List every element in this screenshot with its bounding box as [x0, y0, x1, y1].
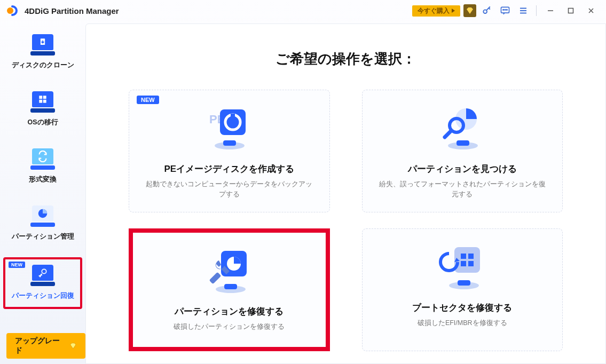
- buy-now-label: 今すぐ購入: [418, 6, 450, 15]
- minimize-button[interactable]: [542, 4, 559, 17]
- maximize-button[interactable]: [562, 4, 579, 17]
- divider: [536, 5, 537, 16]
- feedback-icon[interactable]: [498, 3, 513, 18]
- sidebar-item-partition-recovery[interactable]: NEW パーティション回復: [3, 257, 82, 309]
- svg-point-3: [503, 10, 504, 11]
- svg-rect-26: [209, 272, 222, 284]
- card-create-pe-image[interactable]: NEW PE PEイメージディスクを作成する 起動できないコンピューターからデー…: [129, 90, 330, 212]
- sidebar-item-label: 形式変換: [29, 175, 57, 184]
- svg-rect-6: [569, 9, 573, 13]
- app-logo-icon: [6, 4, 19, 17]
- buy-now-button[interactable]: 今すぐ購入: [412, 5, 460, 17]
- titlebar: 4DDiG Partition Manager 今すぐ購入: [0, 0, 606, 21]
- card-grid: NEW PE PEイメージディスクを作成する 起動できないコンピューターからデー…: [107, 90, 584, 351]
- card-find-partition[interactable]: パーティションを見つける 紛失、誤ってフォーマットされたパーティションを復元する: [362, 90, 563, 212]
- svg-rect-9: [43, 96, 46, 99]
- svg-rect-11: [43, 100, 46, 103]
- svg-point-0: [7, 7, 13, 14]
- svg-rect-32: [461, 261, 466, 266]
- disk-clone-icon: [31, 34, 54, 56]
- sidebar-item-format-convert[interactable]: 形式変換: [3, 143, 82, 191]
- os-migrate-icon: [31, 91, 54, 113]
- card-repair-boot-sector[interactable]: ブートセクタを修復する 破損したEFI/MBRを修復する: [362, 228, 563, 351]
- card-title: ブートセクタを修復する: [412, 302, 512, 314]
- card-desc: 起動できないコンピューターからデータをバックアップする: [138, 179, 321, 200]
- diamond-icon: [69, 342, 77, 350]
- svg-rect-35: [458, 280, 470, 286]
- svg-rect-19: [223, 140, 236, 146]
- svg-rect-33: [468, 261, 474, 266]
- upgrade-button[interactable]: アップグレード: [6, 333, 85, 359]
- sidebar-item-os-migrate[interactable]: OSの移行: [3, 86, 82, 133]
- new-badge: NEW: [137, 96, 159, 104]
- app-title: 4DDiG Partition Manager: [25, 6, 119, 15]
- sidebar-item-label: ディスクのクローン: [12, 61, 74, 70]
- svg-rect-15: [220, 109, 246, 135]
- sidebar-item-partition-manage[interactable]: パーティション管理: [3, 200, 82, 248]
- card-title: パーティションを見つける: [408, 163, 517, 175]
- partition-recovery-icon: [31, 265, 54, 286]
- card-desc: 紛失、誤ってフォーマットされたパーティションを復元する: [371, 179, 554, 200]
- close-button[interactable]: [583, 4, 600, 17]
- format-convert-icon: [31, 148, 54, 170]
- sidebar-item-disk-clone[interactable]: ディスクのクローン: [3, 29, 82, 76]
- page-title: ご希望の操作を選択：: [107, 50, 584, 68]
- repair-boot-icon: [433, 242, 492, 295]
- premium-diamond-button[interactable]: [463, 4, 476, 17]
- new-badge: NEW: [9, 262, 25, 268]
- titlebar-right: 今すぐ購入: [412, 3, 600, 18]
- svg-rect-31: [468, 254, 474, 259]
- upgrade-label: アップグレード: [15, 336, 66, 355]
- svg-rect-30: [461, 254, 466, 259]
- titlebar-left: 4DDiG Partition Manager: [6, 4, 119, 17]
- main: ディスクのクローン OSの移行 形式変換: [0, 21, 606, 364]
- play-icon: [452, 9, 455, 13]
- content: ご希望の操作を選択： NEW PE PEイメージディスクを作成する 起動できない…: [85, 23, 606, 364]
- find-partition-icon: [433, 103, 492, 156]
- card-desc: 破損したパーティションを修復する: [167, 322, 291, 332]
- svg-rect-10: [39, 100, 42, 103]
- card-title: パーティションを修復する: [175, 305, 284, 318]
- partition-manage-icon: [31, 205, 54, 227]
- card-repair-partition[interactable]: パーティションを修復する 破損したパーティションを修復する: [129, 228, 330, 351]
- sidebar-item-label: パーティション回復: [12, 291, 74, 300]
- svg-point-13: [42, 269, 46, 273]
- card-title: PEイメージディスクを作成する: [164, 163, 294, 175]
- sidebar: ディスクのクローン OSの移行 形式変換: [0, 21, 85, 364]
- card-desc: 破損したEFI/MBRを修復する: [411, 318, 514, 328]
- svg-point-5: [507, 10, 508, 11]
- svg-rect-23: [457, 140, 469, 146]
- pe-disk-icon: PE: [200, 103, 258, 156]
- repair-partition-icon: [200, 246, 258, 299]
- menu-icon[interactable]: [516, 3, 531, 18]
- svg-point-4: [505, 10, 506, 11]
- svg-rect-28: [224, 284, 237, 289]
- svg-rect-17: [231, 114, 235, 118]
- sidebar-item-label: パーティション管理: [12, 232, 74, 241]
- sidebar-item-label: OSの移行: [27, 118, 58, 127]
- svg-rect-8: [39, 96, 42, 99]
- key-icon[interactable]: [479, 3, 494, 18]
- svg-point-1: [483, 10, 487, 13]
